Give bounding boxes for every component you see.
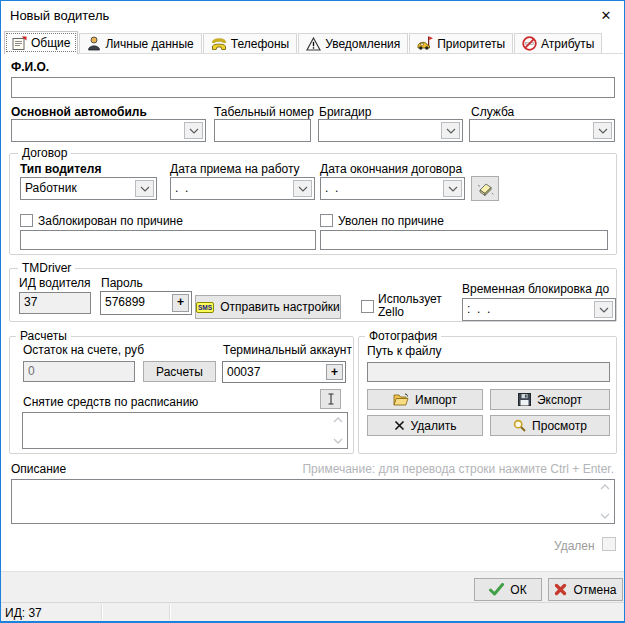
combo-value: . . xyxy=(175,181,188,195)
import-button[interactable]: Импорт xyxy=(367,389,483,410)
tab-priorities[interactable]: Приоритеты xyxy=(409,33,513,53)
chevron-down-icon xyxy=(599,307,609,313)
dropdown-button[interactable] xyxy=(593,122,612,139)
dropdown-button[interactable] xyxy=(594,301,613,318)
fired-checkbox[interactable] xyxy=(320,214,333,227)
terminal-account-label: Терминальный аккаунт xyxy=(223,343,352,357)
balance-input: 0 xyxy=(23,361,135,382)
terminal-account-value: 00037 xyxy=(227,365,260,379)
chevron-down-icon xyxy=(140,186,150,192)
hire-date-label: Дата приема на работу xyxy=(170,162,300,176)
tab-notifications[interactable]: Уведомления xyxy=(298,33,408,53)
warning-icon xyxy=(306,37,321,51)
status-divider xyxy=(169,605,170,619)
scroll-down-icon xyxy=(333,438,343,444)
deleted-checkbox xyxy=(602,537,616,551)
scroll-down-icon xyxy=(600,513,610,519)
end-date-label: Дата окончания договора xyxy=(320,162,462,176)
dropdown-button[interactable] xyxy=(293,180,312,197)
personnel-number-input[interactable] xyxy=(214,119,311,142)
brigadir-select[interactable] xyxy=(318,119,463,142)
personnel-number-label: Табельный номер xyxy=(214,105,314,119)
ok-check-icon xyxy=(489,583,504,596)
tab-bar: Общие Личные данные Телефоны Уведомления… xyxy=(4,31,623,54)
preview-button[interactable]: Просмотр xyxy=(490,415,610,436)
clear-dates-button[interactable] xyxy=(471,176,499,201)
description-scrollbar[interactable] xyxy=(597,481,613,522)
fio-input[interactable] xyxy=(11,77,615,98)
title-bar: Новый водитель ✕ xyxy=(1,1,624,30)
export-button-label: Экспорт xyxy=(537,393,582,407)
blocked-checkbox-label: Заблокирован по причине xyxy=(38,214,183,228)
close-icon[interactable]: ✕ xyxy=(596,6,616,26)
no-smoking-icon xyxy=(522,36,537,51)
dropdown-button[interactable] xyxy=(441,122,460,139)
status-divider xyxy=(101,605,102,619)
blocked-reason-input[interactable] xyxy=(20,230,316,250)
fired-checkbox-label: Уволен по причине xyxy=(338,214,444,228)
password-label: Пароль xyxy=(101,276,143,290)
hire-date-select[interactable]: . . xyxy=(170,177,315,200)
main-car-select[interactable] xyxy=(11,119,206,142)
tab-label: Телефоны xyxy=(231,37,289,51)
driver-id-input: 37 xyxy=(19,292,91,314)
delete-photo-button[interactable]: Удалить xyxy=(367,415,483,436)
tab-phones[interactable]: Телефоны xyxy=(203,33,297,53)
schedule-edit-button[interactable] xyxy=(320,389,341,409)
blocked-checkbox[interactable] xyxy=(20,214,33,227)
photo-group-title: Фотография xyxy=(365,329,441,343)
zello-checkbox[interactable] xyxy=(361,300,374,313)
sms-icon: SMS xyxy=(196,302,214,313)
temp-block-select[interactable]: : . . xyxy=(462,298,616,321)
description-label: Описание xyxy=(11,462,66,476)
deleted-label: Удален xyxy=(554,539,595,553)
import-button-label: Импорт xyxy=(415,393,457,407)
dropdown-button[interactable] xyxy=(443,180,462,197)
magnifier-icon xyxy=(513,419,526,432)
balance-label: Остаток на счете, руб xyxy=(23,343,144,357)
temp-block-label: Временная блокировка до xyxy=(462,282,609,296)
end-date-select[interactable]: . . xyxy=(320,177,465,200)
photo-group: Фотография Путь к файлу Импорт Экспорт У… xyxy=(358,336,617,454)
window-title: Новый водитель xyxy=(10,8,109,23)
ok-button-label: ОК xyxy=(510,583,526,597)
driver-type-select[interactable]: Работник xyxy=(20,177,157,200)
chevron-down-icon xyxy=(598,128,608,134)
dropdown-button[interactable] xyxy=(135,180,154,197)
text-cursor-icon xyxy=(327,393,335,405)
ok-button[interactable]: ОК xyxy=(474,578,542,601)
tab-label: Уведомления xyxy=(325,37,400,51)
schedule-textarea[interactable] xyxy=(22,412,348,449)
tab-personal-data[interactable]: Личные данные xyxy=(79,33,201,53)
combo-value: Работник xyxy=(25,181,77,195)
dropdown-button[interactable] xyxy=(184,122,203,139)
terminal-account-field[interactable]: 00037 + xyxy=(222,361,346,383)
export-button[interactable]: Экспорт xyxy=(490,389,610,410)
file-path-input xyxy=(367,362,610,382)
password-value: 576899 xyxy=(105,295,145,309)
zello-checkbox-label: Использует Zello xyxy=(378,293,444,319)
scroll-up-icon xyxy=(333,417,343,423)
password-field[interactable]: 576899 + xyxy=(100,291,192,315)
fired-reason-input[interactable] xyxy=(320,230,608,250)
scroll-up-icon xyxy=(600,484,610,490)
password-generate-button[interactable]: + xyxy=(172,294,189,312)
tab-label: Приоритеты xyxy=(437,37,505,51)
floppy-disk-icon xyxy=(518,393,531,406)
cancel-button[interactable]: Отмена xyxy=(548,578,623,601)
calculations-button[interactable]: Расчеты xyxy=(143,361,216,382)
tab-attributes[interactable]: Атрибуты xyxy=(514,33,602,53)
terminal-account-plus-button[interactable]: + xyxy=(326,364,343,380)
description-textarea[interactable] xyxy=(11,479,615,524)
tab-label: Общие xyxy=(31,36,70,50)
button-panel: ОК Отмена xyxy=(1,571,624,602)
description-note: Примечание: для перевода строки нажмите … xyxy=(302,462,614,476)
schedule-scrollbar[interactable] xyxy=(330,414,346,447)
file-path-label: Путь к файлу xyxy=(367,344,442,358)
tab-label: Атрибуты xyxy=(541,37,594,51)
service-select[interactable] xyxy=(469,119,615,142)
send-settings-button[interactable]: SMS Отправить настройки xyxy=(195,295,341,319)
combo-value: . . xyxy=(325,181,338,195)
open-folder-icon xyxy=(393,393,409,406)
tab-general[interactable]: Общие xyxy=(4,31,78,54)
